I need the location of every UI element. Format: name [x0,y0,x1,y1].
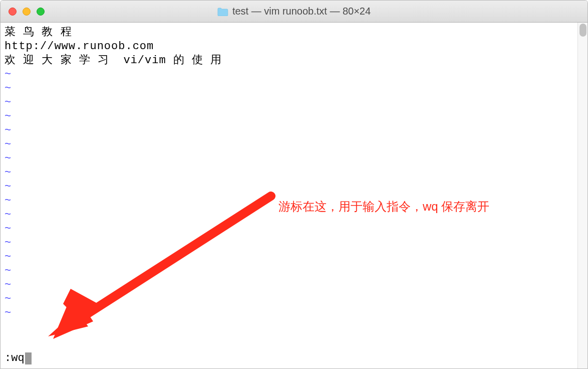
editor-line: 菜 鸟 教 程 [5,26,583,40]
tilde-line: ~ [5,110,583,124]
tilde-line: ~ [5,292,583,306]
terminal-body[interactable]: 菜 鸟 教 程 http://www.runoob.com 欢 迎 大 家 学 … [1,23,587,368]
tilde-line: ~ [5,278,583,292]
tilde-line: ~ [5,306,583,320]
traffic-lights [1,8,45,16]
tilde-line: ~ [5,82,583,96]
tilde-line: ~ [5,96,583,110]
tilde-lines: ~~~~~~~~~~~~~~~~~~ [5,68,583,320]
cursor [25,352,32,364]
tilde-line: ~ [5,152,583,166]
tilde-line: ~ [5,180,583,194]
annotation-text: 游标在这，用于输入指令，wq 保存离开 [278,199,489,215]
command-text: :wq [5,351,25,365]
titlebar[interactable]: test — vim runoob.txt — 80×24 [1,1,587,23]
scrollbar-thumb[interactable] [579,24,586,37]
folder-icon [217,7,228,16]
tilde-line: ~ [5,124,583,138]
scrollbar[interactable] [577,23,587,368]
terminal-window: test — vim runoob.txt — 80×24 菜 鸟 教 程 ht… [0,0,588,369]
close-button[interactable] [9,8,17,16]
maximize-button[interactable] [37,8,45,16]
command-line[interactable]: :wq [5,351,32,365]
tilde-line: ~ [5,166,583,180]
editor-line: http://www.runoob.com [5,40,583,54]
window-title: test — vim runoob.txt — 80×24 [232,6,371,17]
tilde-line: ~ [5,222,583,236]
tilde-line: ~ [5,68,583,82]
tilde-line: ~ [5,264,583,278]
window-title-area: test — vim runoob.txt — 80×24 [217,6,371,17]
tilde-line: ~ [5,250,583,264]
minimize-button[interactable] [23,8,31,16]
editor-line: 欢 迎 大 家 学 习 vi/vim 的 使 用 [5,54,583,68]
tilde-line: ~ [5,138,583,152]
tilde-line: ~ [5,236,583,250]
